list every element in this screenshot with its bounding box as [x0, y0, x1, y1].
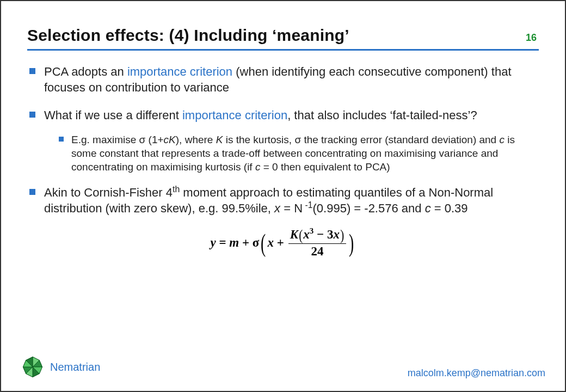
nematrian-logo-icon — [21, 355, 45, 379]
var-x: x — [274, 201, 280, 215]
var-x: x — [303, 228, 310, 241]
brand-name: Nematrian — [50, 361, 100, 373]
var-x: x — [333, 228, 340, 241]
text-fragment: (0.995) = -2.576 and — [313, 201, 425, 215]
numerator: K(x3 − 3x) — [288, 227, 347, 243]
text-fragment: E.g. maximise σ (1+ — [71, 134, 164, 145]
bullet-square-icon — [29, 112, 35, 118]
bullet-2a-text: E.g. maximise σ (1+cK), where K is the k… — [71, 133, 537, 174]
text-fragment: PCA adopts an — [44, 65, 127, 78]
highlight-text: importance criterion — [182, 108, 287, 122]
denominator: 24 — [288, 243, 347, 259]
var-m: m — [229, 236, 239, 250]
contact-email: malcolm.kemp@nematrian.com — [408, 367, 545, 379]
num-3: 3 — [327, 228, 334, 241]
superscript: th — [173, 185, 180, 194]
title-underline — [27, 49, 539, 51]
text-fragment: What if we use a different — [44, 108, 182, 122]
minus: − — [313, 228, 327, 241]
text-fragment: = 0 then equivalent to PCA) — [260, 161, 390, 173]
var-x: x — [268, 236, 274, 250]
sigma: σ — [253, 236, 260, 250]
bullet-square-icon — [59, 137, 64, 142]
bullet-square-icon — [29, 189, 35, 195]
bullet-2-text: What if we use a different importance cr… — [44, 107, 477, 123]
var-K: K — [216, 134, 223, 145]
equals: = — [216, 236, 230, 250]
text-fragment: = 0.39 — [431, 201, 468, 215]
bullet-3-text: Akin to Cornish-Fisher 4th moment approa… — [44, 185, 537, 216]
text-fragment: , that also includes ‘fat-tailed-ness’? — [287, 108, 477, 122]
plus: + — [274, 236, 287, 250]
bullet-1-text: PCA adopts an importance criterion (when… — [44, 64, 537, 95]
var-c: c — [499, 134, 505, 145]
bullet-1: PCA adopts an importance criterion (when… — [29, 64, 537, 95]
bullet-square-icon — [29, 68, 35, 74]
var-c: c — [164, 134, 169, 145]
var-c: c — [425, 201, 431, 215]
brand: Nematrian — [21, 355, 100, 379]
highlight-text: importance criterion — [127, 65, 232, 78]
header-row: Selection effects: (4) Including ‘meanin… — [27, 26, 539, 45]
var-c: c — [255, 161, 261, 173]
footer: Nematrian malcolm.kemp@nematrian.com — [1, 355, 565, 391]
text-fragment: Akin to Cornish-Fisher 4 — [44, 186, 173, 199]
bullet-3: Akin to Cornish-Fisher 4th moment approa… — [29, 185, 537, 216]
big-rparen: ) — [349, 229, 354, 258]
text-fragment: = N — [280, 201, 303, 215]
rparen: ) — [340, 227, 344, 243]
var-y: y — [210, 236, 216, 250]
superscript: -1 — [303, 200, 312, 210]
content-area: PCA adopts an importance criterion (when… — [27, 64, 539, 260]
var-K: K — [290, 228, 298, 241]
plus: + — [239, 236, 253, 250]
page-number: 16 — [526, 32, 537, 44]
bullet-2a: E.g. maximise σ (1+cK), where K is the k… — [59, 133, 537, 174]
bullet-2: What if we use a different importance cr… — [29, 107, 537, 123]
var-K: K — [169, 134, 176, 145]
formula: y = m + σ(x + K(x3 − 3x)24) — [29, 228, 537, 260]
page-title: Selection effects: (4) Including ‘meanin… — [27, 26, 349, 45]
fraction: K(x3 − 3x)24 — [288, 227, 347, 259]
text-fragment: is the kurtosis, σ the tracking error (s… — [223, 134, 499, 145]
slide: Selection effects: (4) Including ‘meanin… — [0, 0, 566, 392]
big-lparen: ( — [261, 229, 266, 258]
text-fragment: ), where — [176, 134, 216, 145]
lparen: ( — [299, 227, 303, 243]
